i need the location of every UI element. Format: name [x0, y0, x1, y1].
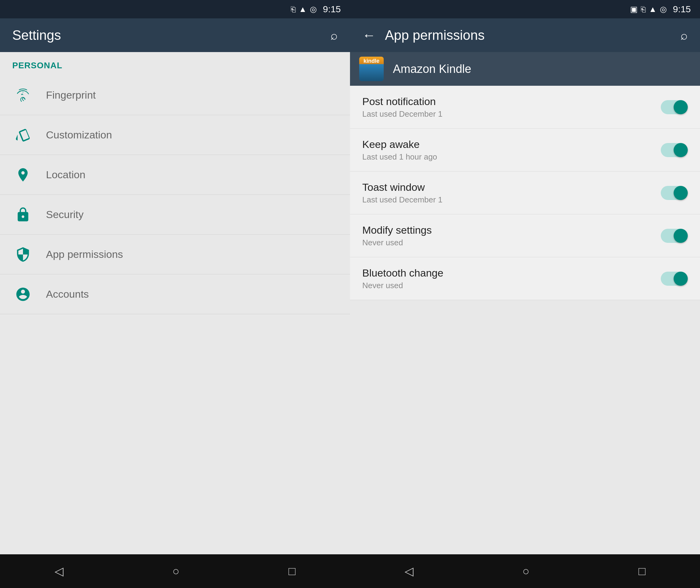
modify-settings-toggle[interactable]	[661, 229, 688, 243]
app-name-label: Amazon Kindle	[393, 62, 471, 76]
settings-content: Personal Fingerprint Customization	[0, 52, 350, 554]
back-button-right[interactable]: ◁	[396, 561, 423, 581]
post-notification-sub: Last used December 1	[362, 109, 661, 119]
status-bar-right: ▣ ⎗ ▲ ◎ 9:15	[350, 0, 700, 18]
battery-icon-right: ◎	[660, 5, 667, 14]
bluetooth-change-info: Bluetooth change Never used	[362, 267, 661, 290]
kindle-icon-text: kindle	[364, 57, 380, 64]
permissions-search-button[interactable]: ⌕	[680, 28, 688, 42]
settings-item-security[interactable]: Security	[0, 195, 350, 235]
signal-icon-right: ▲	[649, 5, 657, 14]
permissions-content: Post notification Last used December 1 K…	[350, 86, 700, 554]
status-bar-left: ⎗ ▲ ◎ 9:15	[0, 0, 350, 18]
vibrate-icon-right: ⎗	[641, 5, 646, 14]
settings-screen: ⎗ ▲ ◎ 9:15 Settings ⌕ Personal Fingerpri…	[0, 0, 350, 588]
home-button-right[interactable]: ○	[513, 562, 539, 581]
post-notification-toggle[interactable]	[661, 100, 688, 114]
keep-awake-sub: Last used 1 hour ago	[362, 152, 661, 162]
security-label: Security	[46, 209, 84, 221]
toast-window-toggle[interactable]	[661, 186, 688, 200]
permissions-nav-bar: ◁ ○ □	[350, 554, 700, 588]
signal-icon: ▲	[299, 5, 307, 14]
post-notification-name: Post notification	[362, 96, 661, 107]
toast-window-name: Toast window	[362, 181, 661, 193]
settings-top-bar: Settings ⌕	[0, 18, 350, 52]
status-time-right: 9:15	[673, 4, 691, 14]
fingerprint-label: Fingerprint	[46, 89, 96, 101]
settings-item-app-permissions[interactable]: App permissions	[0, 235, 350, 274]
modify-settings-name: Modify settings	[362, 224, 661, 236]
customization-icon	[12, 124, 34, 146]
battery-icon: ◎	[310, 5, 317, 14]
toast-window-info: Toast window Last used December 1	[362, 181, 661, 205]
location-icon	[12, 164, 34, 186]
keep-awake-knob	[674, 143, 688, 157]
bluetooth-change-sub: Never used	[362, 281, 661, 290]
app-permissions-label: App permissions	[46, 248, 123, 260]
image-icon-right: ▣	[630, 5, 638, 14]
accounts-icon	[12, 284, 34, 305]
shield-icon	[12, 244, 34, 265]
keep-awake-name: Keep awake	[362, 138, 661, 150]
home-button-left[interactable]: ○	[163, 562, 189, 581]
personal-section-header: Personal	[0, 52, 350, 75]
settings-search-button[interactable]: ⌕	[330, 28, 338, 42]
app-permissions-screen: ▣ ⎗ ▲ ◎ 9:15 ← App permissions ⌕ kindle …	[350, 0, 700, 588]
location-label: Location	[46, 169, 85, 181]
keep-awake-info: Keep awake Last used 1 hour ago	[362, 138, 661, 162]
bluetooth-change-name: Bluetooth change	[362, 267, 661, 279]
settings-title: Settings	[12, 28, 330, 43]
toast-window-sub: Last used December 1	[362, 195, 661, 205]
keep-awake-toggle[interactable]	[661, 143, 688, 157]
bluetooth-change-knob	[674, 272, 688, 286]
security-icon	[12, 204, 34, 225]
modify-settings-knob	[674, 229, 688, 243]
settings-item-customization[interactable]: Customization	[0, 115, 350, 155]
permission-item-keep-awake[interactable]: Keep awake Last used 1 hour ago	[350, 129, 700, 171]
back-arrow-button[interactable]: ←	[362, 28, 376, 43]
vibrate-icon: ⎗	[291, 5, 296, 14]
back-button-left[interactable]: ◁	[45, 561, 73, 581]
recents-button-left[interactable]: □	[279, 562, 304, 581]
status-time-left: 9:15	[323, 4, 341, 14]
settings-item-location[interactable]: Location	[0, 155, 350, 195]
modify-settings-sub: Never used	[362, 238, 661, 247]
permission-item-post-notification[interactable]: Post notification Last used December 1	[350, 86, 700, 129]
modify-settings-info: Modify settings Never used	[362, 224, 661, 247]
post-notification-knob	[674, 100, 688, 114]
settings-item-fingerprint[interactable]: Fingerprint	[0, 75, 350, 115]
status-icons-right: ▣ ⎗ ▲ ◎ 9:15	[630, 4, 691, 14]
permissions-top-bar: ← App permissions ⌕	[350, 18, 700, 52]
kindle-app-icon: kindle	[359, 57, 384, 81]
app-header: kindle Amazon Kindle	[350, 52, 700, 86]
permission-item-bluetooth-change[interactable]: Bluetooth change Never used	[350, 257, 700, 300]
permissions-title: App permissions	[385, 28, 680, 43]
bluetooth-change-toggle[interactable]	[661, 272, 688, 286]
accounts-label: Accounts	[46, 288, 89, 300]
toast-window-knob	[674, 186, 688, 200]
fingerprint-icon	[12, 85, 34, 106]
settings-item-accounts[interactable]: Accounts	[0, 274, 350, 314]
customization-label: Customization	[46, 129, 112, 141]
permission-item-toast-window[interactable]: Toast window Last used December 1	[350, 171, 700, 214]
recents-button-right[interactable]: □	[629, 562, 655, 581]
post-notification-info: Post notification Last used December 1	[362, 96, 661, 119]
permission-item-modify-settings[interactable]: Modify settings Never used	[350, 214, 700, 257]
status-icons-left: ⎗ ▲ ◎ 9:15	[291, 4, 341, 14]
settings-nav-bar: ◁ ○ □	[0, 554, 350, 588]
